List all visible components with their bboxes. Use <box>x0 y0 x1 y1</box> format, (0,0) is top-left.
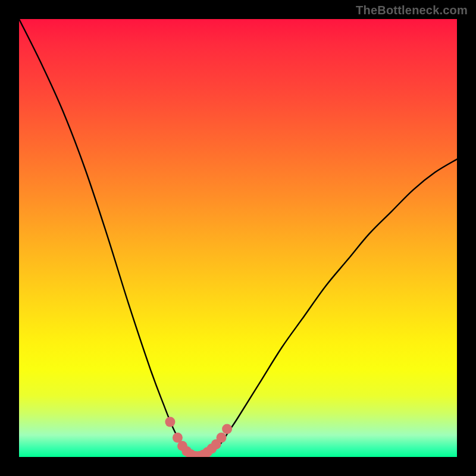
bottom-dots-group <box>165 417 232 457</box>
curve-layer <box>19 19 457 457</box>
dot-marker <box>165 417 175 427</box>
dot-marker <box>217 433 227 443</box>
chart-frame: TheBottleneck.com <box>0 0 476 476</box>
plot-area <box>19 19 457 457</box>
watermark-text: TheBottleneck.com <box>356 4 468 17</box>
dot-marker <box>222 424 232 434</box>
bottleneck-curve <box>19 19 457 457</box>
